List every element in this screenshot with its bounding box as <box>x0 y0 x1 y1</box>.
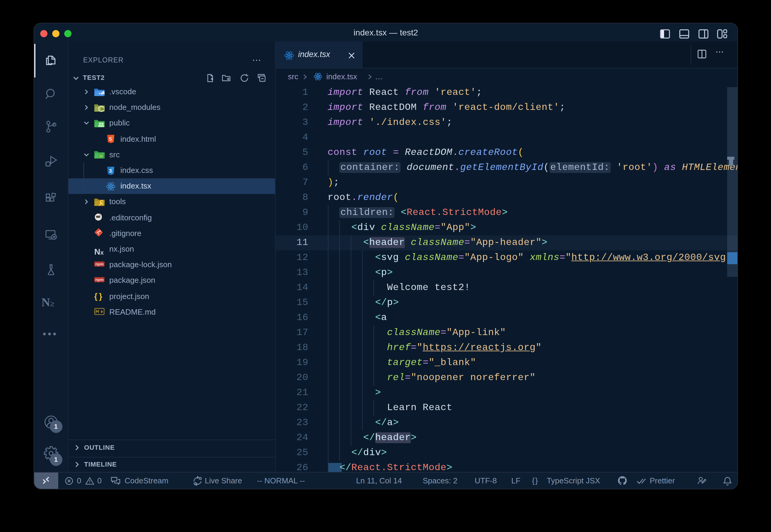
svg-text:⟨/⟩: ⟨/⟩ <box>99 154 103 158</box>
svg-text:5: 5 <box>109 136 112 142</box>
svg-text:3: 3 <box>109 168 112 174</box>
svg-text:npm: npm <box>95 278 104 282</box>
svg-text:npm: npm <box>95 262 104 267</box>
svg-text:JS: JS <box>100 107 104 110</box>
